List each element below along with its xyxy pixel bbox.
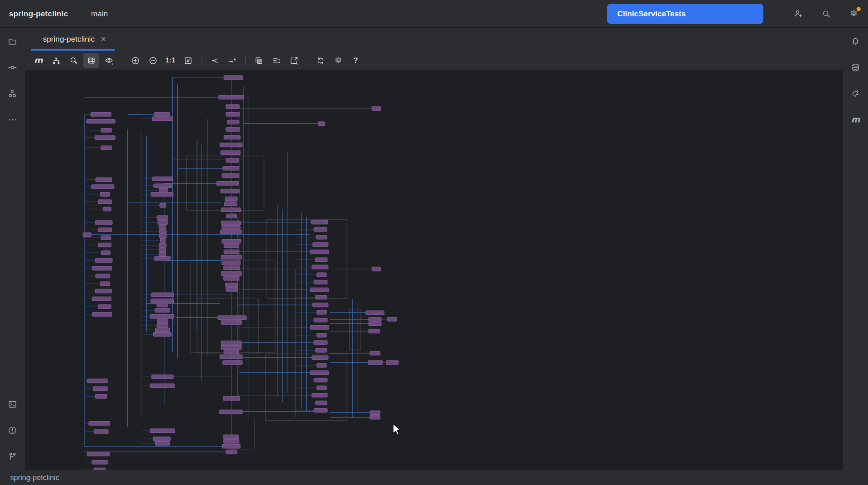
diagram-node[interactable]: [159, 188, 168, 192]
diagram-node[interactable]: [92, 266, 112, 270]
diagram-node[interactable]: [314, 227, 327, 231]
diagram-node[interactable]: [221, 271, 242, 276]
diagram-node[interactable]: [223, 360, 242, 365]
diagram-node[interactable]: [310, 371, 329, 375]
diagram-node[interactable]: [221, 320, 242, 325]
diagram-node[interactable]: [150, 429, 175, 433]
diagram-node[interactable]: [220, 143, 242, 147]
diagram-node[interactable]: [98, 200, 112, 204]
diagram-node[interactable]: [98, 305, 111, 309]
diagram-node[interactable]: [159, 243, 166, 247]
diagram-node[interactable]: [221, 189, 239, 193]
diagram-node[interactable]: [370, 411, 380, 415]
diagram-node[interactable]: [227, 120, 239, 124]
diagram-node[interactable]: [94, 468, 105, 470]
diagram-node[interactable]: [101, 251, 110, 255]
diagram-node[interactable]: [221, 341, 242, 345]
diagram-node[interactable]: [92, 297, 111, 301]
diagram-node[interactable]: [317, 310, 327, 314]
diagram-node[interactable]: [96, 178, 112, 182]
diagram-node[interactable]: [368, 360, 383, 365]
diagram-node[interactable]: [310, 250, 329, 254]
diagram-node[interactable]: [93, 387, 107, 391]
diagram-node[interactable]: [226, 105, 239, 109]
diagram-node[interactable]: [159, 234, 166, 238]
diagram-node[interactable]: [225, 197, 237, 201]
diagram-node[interactable]: [224, 250, 239, 254]
zoom-target-button[interactable]: [65, 53, 82, 68]
diagram-node[interactable]: [151, 293, 174, 297]
diagram-node[interactable]: [160, 238, 166, 242]
diagram-node[interactable]: [92, 312, 112, 316]
diagram-node[interactable]: [87, 119, 115, 123]
diagram-node[interactable]: [386, 360, 398, 365]
diagram-node[interactable]: [154, 112, 170, 116]
diagram-node[interactable]: [369, 322, 381, 326]
diagram-node[interactable]: [89, 421, 110, 425]
show-paths-button[interactable]: [206, 53, 223, 68]
diagram-node[interactable]: [316, 235, 327, 239]
run-configuration-name[interactable]: ClinicServiceTests: [617, 9, 686, 18]
diagram-node[interactable]: [369, 329, 380, 333]
diagram-node[interactable]: [222, 261, 240, 265]
vcs-branch-widget[interactable]: main: [85, 7, 114, 21]
diagram-node[interactable]: [224, 135, 240, 139]
diagram-node[interactable]: [222, 174, 239, 178]
diagram-node[interactable]: [160, 203, 166, 207]
diagram-node[interactable]: [220, 355, 242, 359]
diagram-node[interactable]: [221, 221, 241, 225]
diagram-node[interactable]: [310, 288, 329, 292]
diagram-node[interactable]: [315, 258, 327, 262]
maven-m-button[interactable]: m: [30, 53, 47, 68]
diagram-node[interactable]: [224, 202, 237, 206]
diagram-node[interactable]: [221, 208, 241, 212]
diagram-node[interactable]: [100, 192, 110, 196]
diagram-node[interactable]: [223, 396, 240, 400]
diagram-node[interactable]: [155, 308, 170, 312]
diagram-node[interactable]: [317, 386, 327, 390]
diagram-node[interactable]: [370, 415, 380, 419]
diagram-node[interactable]: [372, 267, 381, 271]
diagram-node[interactable]: [94, 429, 108, 434]
diagram-node[interactable]: [372, 107, 381, 111]
node-details-button[interactable]: [268, 53, 284, 68]
diagram-node[interactable]: [312, 265, 328, 269]
tab-close-button[interactable]: ×: [99, 34, 108, 44]
diagram-node[interactable]: [87, 452, 110, 456]
diagram-node[interactable]: [157, 319, 168, 323]
diagram-node[interactable]: [217, 181, 239, 185]
refresh-button[interactable]: [312, 53, 329, 68]
diagram-node[interactable]: [312, 356, 328, 360]
diagram-node[interactable]: [224, 439, 239, 443]
help-button[interactable]: ?: [347, 53, 364, 68]
diagram-node[interactable]: [317, 333, 327, 337]
diagram-node[interactable]: [222, 225, 240, 229]
diagram-node[interactable]: [150, 384, 174, 388]
diagram-node[interactable]: [159, 248, 166, 252]
diagram-node[interactable]: [92, 185, 114, 189]
diagram-node[interactable]: [95, 394, 107, 398]
tool-window-commit-button[interactable]: [4, 59, 21, 76]
diagram-node[interactable]: [98, 228, 112, 232]
tool-window-folder-button[interactable]: [4, 33, 21, 50]
diagram-node[interactable]: [157, 216, 168, 220]
zoom-out-button[interactable]: [145, 53, 161, 68]
diagram-node[interactable]: [226, 158, 239, 162]
tool-window-database-button[interactable]: [847, 59, 864, 76]
diagram-node[interactable]: [155, 328, 170, 332]
tool-window-notifications-bell-button[interactable]: [847, 33, 864, 50]
diagram-node[interactable]: [223, 166, 239, 170]
diagram-node[interactable]: [311, 220, 328, 224]
diagram-canvas[interactable]: [25, 70, 843, 470]
copy-diagram-button[interactable]: [251, 53, 267, 68]
diagram-node[interactable]: [224, 244, 239, 248]
tool-window-more-horizontal-button[interactable]: [4, 111, 21, 128]
settings-button[interactable]: [845, 5, 862, 22]
diagram-node[interactable]: [314, 318, 327, 322]
fit-content-button[interactable]: [180, 53, 196, 68]
diagram-node[interactable]: [83, 233, 91, 237]
diagram-node[interactable]: [224, 266, 240, 270]
diagram-node[interactable]: [314, 408, 327, 412]
diagram-node[interactable]: [152, 177, 173, 181]
diagram-node[interactable]: [318, 122, 325, 126]
